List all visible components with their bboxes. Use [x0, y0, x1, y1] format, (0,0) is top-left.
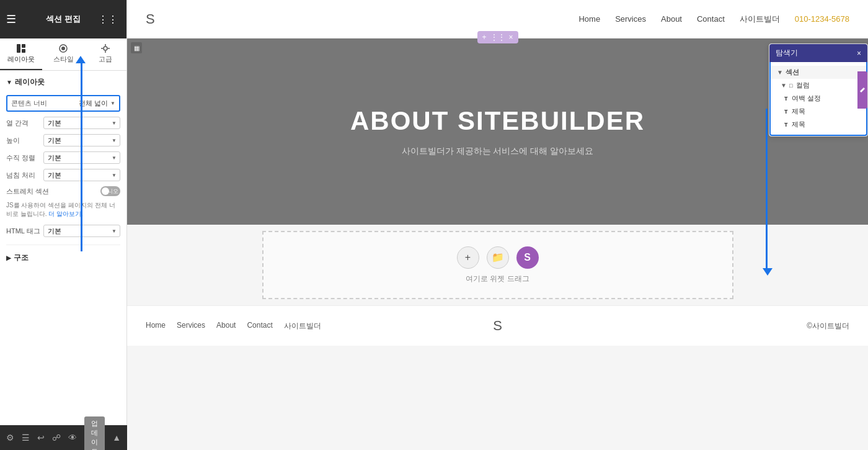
svg-point-4	[61, 47, 65, 50]
vertical-align-label: 수직 정렬	[6, 153, 43, 163]
content-width-chevron-icon: ▼	[110, 101, 115, 106]
explorer-item-margin[interactable]: T 여백 설정	[771, 92, 866, 105]
svg-point-5	[104, 47, 107, 50]
update-button[interactable]: 업데이트	[84, 416, 105, 450]
explorer-body: ▼ 섹션 ▼ □ 컬럼 T 여백 설정 T 제목 T 제목	[769, 62, 867, 136]
explorer-item-column[interactable]: ▼ □ 컬럼	[771, 79, 866, 92]
panel-body: ▼ 레이아웃 콘텐츠 너비 전체 넓이 ▼ 열 간격 기본 높이 기본	[0, 71, 126, 426]
explorer-column-label: 컬럼	[796, 81, 810, 90]
layout-arrow-icon: ▼	[6, 79, 12, 86]
add-widget-button[interactable]: +	[457, 246, 479, 269]
structure-section-header[interactable]: ▶ 구조	[6, 253, 120, 263]
settings-icon[interactable]: ⚙	[6, 433, 14, 443]
stretch-section-label: 스트레치 섹션	[6, 187, 100, 196]
grid-icon[interactable]: ⋮⋮	[98, 14, 118, 25]
hero-subtitle: 사이트빌더가 제공하는 서비스에 대해 알아보세요	[402, 146, 594, 157]
explorer-item-title2[interactable]: T 제목	[771, 118, 866, 131]
nav-link-contact[interactable]: Contact	[697, 14, 725, 24]
row-spacing-row: 열 간격 기본	[6, 117, 120, 129]
tab-advanced-label: 고급	[99, 55, 112, 64]
tab-style-label: 스타일	[53, 55, 74, 64]
blue-arrow-line-right	[766, 109, 768, 270]
update-arrow-icon[interactable]: ▲	[112, 433, 121, 443]
height-row: 높이 기본	[6, 134, 120, 146]
stretch-more-link[interactable]: 더 알아보기	[48, 210, 81, 217]
hero-title: ABOUT SITEBUILDER	[350, 106, 645, 136]
pencil-icon	[859, 87, 866, 93]
section-drag-icon[interactable]: ⋮⋮	[490, 33, 505, 42]
section-collapse-icon: ▼	[777, 69, 783, 76]
footer-link-contact[interactable]: Contact	[247, 321, 272, 331]
tab-layout[interactable]: 레이아웃	[0, 38, 42, 70]
svg-rect-1	[22, 44, 25, 48]
explorer-margin-label: 여백 설정	[792, 94, 821, 103]
widget-dropzone[interactable]: + 📁 S 여기로 위젯 드래그	[262, 231, 733, 299]
explorer-title1-label: 제목	[792, 107, 805, 116]
nav-link-sitebuilder[interactable]: 사이트빌더	[740, 14, 780, 25]
eye-icon[interactable]: 👁	[68, 433, 77, 443]
layout-section-title: 레이아웃	[15, 77, 45, 88]
nav-links: Home Services About Contact 사이트빌더	[578, 14, 779, 25]
blue-arrow-head-right	[763, 268, 773, 276]
footer-link-home[interactable]: Home	[146, 321, 166, 331]
vertical-align-row: 수직 정렬 기본	[6, 151, 120, 164]
hero-section: ▦ ABOUT SITEBUILDER 사이트빌더가 제공하는 서비스에 대해 …	[127, 38, 868, 225]
folder-widget-button[interactable]: 📁	[487, 246, 509, 269]
footer-link-about[interactable]: About	[216, 321, 236, 331]
footer-link-sitebuilder[interactable]: 사이트빌더	[284, 321, 321, 331]
hamburger-icon[interactable]: ☰	[6, 12, 16, 26]
column-collapse-icon: ▼	[781, 82, 787, 89]
stretch-section-toggle[interactable]: 아니오	[100, 186, 120, 196]
toggle-state-label: 아니오	[102, 187, 118, 196]
footer-link-services[interactable]: Services	[177, 321, 205, 331]
nav-link-services[interactable]: Services	[615, 14, 646, 24]
html-tag-row: HTML 태그 기본	[6, 225, 120, 237]
section-close-icon[interactable]: ×	[509, 33, 513, 42]
tab-advanced[interactable]: 고급	[84, 38, 126, 70]
stretch-info-text: JS를 사용하여 섹션을 페이지의 전체 너비로 늘립니다. 더 알아보기.	[6, 201, 120, 218]
stretch-section-row: 스트레치 섹션 아니오	[6, 186, 120, 196]
copy-icon[interactable]: ☍	[52, 433, 61, 443]
left-panel: ☰ 섹션 편집 ⋮⋮ 레이아웃 스타일	[0, 0, 127, 450]
panel-title: 섹션 편집	[46, 14, 81, 25]
main-area: S Home Services About Contact 사이트빌더 010-…	[127, 0, 868, 450]
panel-tabs: 레이아웃 스타일 고급	[0, 38, 126, 71]
row-spacing-label: 열 간격	[6, 119, 43, 128]
explorer-section-label: 섹션	[786, 68, 799, 77]
margin-text-icon: T	[784, 96, 788, 102]
nav-logo: S	[146, 11, 155, 27]
edit-panel-icon[interactable]	[857, 71, 867, 109]
overflow-row: 넘침 처리 기본	[6, 169, 120, 181]
footer-copyright: ©사이트빌더	[807, 321, 849, 331]
structure-section-title: 구조	[14, 253, 29, 263]
layers-icon[interactable]: ☰	[22, 433, 30, 443]
nav-link-about[interactable]: About	[661, 14, 682, 24]
s-widget-button[interactable]: S	[516, 246, 539, 269]
height-label: 높이	[6, 136, 43, 145]
explorer-item-section[interactable]: ▼ 섹션	[771, 66, 866, 79]
nav-link-home[interactable]: Home	[578, 14, 600, 24]
explorer-title2-label: 제목	[792, 120, 805, 129]
layout-icon	[16, 43, 26, 53]
bottom-toolbar: ⚙ ☰ ↩ ☍ 👁 업데이트 ▲	[0, 425, 127, 450]
nav-phone: 010-1234-5678	[795, 14, 849, 24]
content-width-row[interactable]: 콘텐츠 너비 전체 넓이 ▼	[6, 95, 120, 112]
content-width-label: 콘텐츠 너비	[11, 99, 79, 108]
structure-arrow-icon: ▶	[6, 254, 11, 261]
blue-arrow-line-left	[81, 59, 82, 251]
svg-rect-0	[17, 44, 20, 53]
widget-icon-row: + 📁 S	[457, 246, 539, 269]
explorer-panel: 탐색기 × ▼ 섹션 ▼ □ 컬럼 T 여백 설정 T 제목	[769, 43, 868, 137]
footer-links: Home Services About Contact 사이트빌더	[146, 321, 321, 331]
svg-rect-2	[22, 49, 25, 53]
html-tag-label: HTML 태그	[6, 227, 43, 236]
layout-section-header[interactable]: ▼ 레이아웃	[6, 77, 120, 88]
explorer-item-title1[interactable]: T 제목	[771, 105, 866, 118]
section-add-icon[interactable]: +	[482, 33, 486, 42]
undo-icon[interactable]: ↩	[37, 433, 45, 443]
tab-style[interactable]: 스타일	[42, 38, 84, 70]
explorer-close-button[interactable]: ×	[857, 49, 861, 58]
overflow-label: 넘침 처리	[6, 171, 43, 180]
style-icon	[58, 43, 68, 53]
column-grid-icon: □	[789, 83, 792, 89]
